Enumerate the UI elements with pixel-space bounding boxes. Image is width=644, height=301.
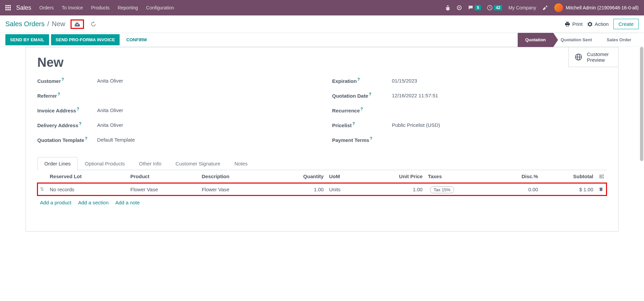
preview-line1: Customer (587, 51, 609, 57)
cell-product[interactable]: Flower Vase (128, 183, 199, 196)
tax-badge: Tax 15% (430, 186, 454, 193)
status-sales-order[interactable]: Sales Order (599, 33, 639, 47)
scrollbar[interactable] (640, 47, 643, 161)
field-customer[interactable]: Anita Oliver (97, 78, 123, 84)
label-expiration: Expiration? (332, 77, 392, 84)
support-icon[interactable] (457, 5, 462, 10)
th-quantity[interactable]: Quantity (270, 170, 326, 183)
add-product-link[interactable]: Add a product (40, 200, 71, 205)
label-recurrence: Recurrence? (332, 107, 392, 113)
user-name: Mitchell Admin (21909648-16-0-all) (566, 5, 639, 10)
th-unit-price[interactable]: Unit Price (363, 170, 425, 183)
th-description[interactable]: Description (199, 170, 270, 183)
user-menu[interactable]: Mitchell Admin (21909648-16-0-all) (554, 3, 639, 12)
table-row[interactable]: ⇅ No records Flower Vase Flower Vase 1.0… (37, 183, 607, 196)
label-quotation-date: Quotation Date? (332, 92, 392, 99)
th-uom[interactable]: UoM (326, 170, 362, 183)
delete-row-icon[interactable] (599, 187, 604, 192)
action-bar: Send by Email Send PRO-FORMA Invoice Con… (0, 33, 644, 47)
cell-subtotal: $ 1.00 (541, 183, 596, 196)
brand-label: Sales (16, 4, 31, 11)
nav-configuration[interactable]: Configuration (146, 5, 174, 10)
preview-line2: Preview (587, 57, 609, 63)
discard-button[interactable] (91, 21, 96, 27)
field-delivery-address[interactable]: Anita Oliver (97, 122, 123, 128)
field-invoice-address[interactable]: Anita Oliver (97, 107, 123, 113)
tab-customer-signature[interactable]: Customer Signature (168, 157, 227, 170)
drag-handle-icon[interactable]: ⇅ (40, 186, 44, 192)
breadcrumb-current: New (52, 20, 65, 28)
label-invoice-address: Invoice Address? (37, 107, 97, 113)
nav-orders[interactable]: Orders (39, 5, 54, 10)
cell-quantity[interactable]: 1.00 (270, 183, 326, 196)
nav-products[interactable]: Products (91, 5, 110, 10)
cell-disc[interactable]: 0.00 (493, 183, 541, 196)
create-button[interactable]: Create (613, 19, 639, 29)
cell-unit-price[interactable]: 1.00 (363, 183, 425, 196)
messages-badge: 5 (475, 5, 481, 10)
settings-icon[interactable] (599, 174, 604, 179)
tab-order-lines[interactable]: Order Lines (37, 157, 78, 170)
activities-icon[interactable]: 42 (487, 5, 502, 10)
th-disc[interactable]: Disc.% (493, 170, 541, 183)
messages-icon[interactable]: 5 (468, 5, 481, 10)
tabs: Order Lines Optional Products Other Info… (37, 157, 607, 170)
bug-icon[interactable] (445, 5, 450, 10)
add-note-link[interactable]: Add a note (115, 200, 140, 205)
label-quotation-template: Quotation Template? (37, 136, 97, 143)
activities-badge: 42 (494, 5, 502, 10)
status-quotation-sent[interactable]: Quotation Sent (553, 33, 599, 47)
cell-taxes[interactable]: Tax 15% (425, 183, 493, 196)
nav-to-invoice[interactable]: To Invoice (62, 5, 83, 10)
label-payment-terms: Payment Terms? (332, 136, 392, 143)
cell-reserved-lot[interactable]: No records (47, 183, 128, 196)
label-delivery-address: Delivery Address? (37, 121, 97, 128)
cell-uom[interactable]: Units (326, 183, 362, 196)
send-email-button[interactable]: Send by Email (5, 34, 49, 45)
tab-notes[interactable]: Notes (227, 157, 255, 170)
status-bar: Quotation Quotation Sent Sales Order (518, 33, 639, 47)
globe-icon (575, 53, 582, 61)
page-title: New (37, 55, 607, 70)
send-proforma-button[interactable]: Send PRO-FORMA Invoice (51, 34, 120, 45)
cell-description[interactable]: Flower Vase (199, 183, 270, 196)
label-customer: Customer? (37, 77, 97, 84)
status-quotation[interactable]: Quotation (518, 33, 553, 47)
top-navbar: Sales Orders To Invoice Products Reporti… (0, 0, 644, 15)
nav-reporting[interactable]: Reporting (118, 5, 138, 10)
form-sheet: Customer Preview New Customer? Anita Oli… (26, 47, 618, 232)
tab-optional-products[interactable]: Optional Products (78, 157, 132, 170)
th-product[interactable]: Product (128, 170, 199, 183)
field-pricelist[interactable]: Public Pricelist (USD) (392, 122, 440, 128)
add-section-link[interactable]: Add a section (78, 200, 109, 205)
th-reserved-lot[interactable]: Reserved Lot (47, 170, 128, 183)
action-label: Action (595, 21, 609, 27)
field-quotation-date[interactable]: 12/16/2022 11:57:51 (392, 93, 438, 98)
print-label: Print (572, 21, 583, 27)
apps-icon[interactable] (5, 5, 11, 10)
avatar (554, 3, 563, 12)
label-pricelist: Pricelist? (332, 121, 392, 128)
th-subtotal[interactable]: Subtotal (541, 170, 596, 183)
action-button[interactable]: Action (587, 21, 609, 27)
confirm-button[interactable]: Confirm (122, 34, 152, 45)
order-lines-table: Reserved Lot Product Description Quantit… (37, 170, 607, 196)
label-referrer: Referrer? (37, 92, 97, 99)
save-button[interactable] (71, 19, 84, 29)
customer-preview-button[interactable]: Customer Preview (568, 47, 618, 67)
company-selector[interactable]: My Company (508, 5, 536, 10)
breadcrumb-separator: / (47, 20, 49, 28)
field-quotation-template[interactable]: Default Template (97, 137, 135, 143)
tab-other-info[interactable]: Other Info (132, 157, 169, 170)
th-taxes[interactable]: Taxes (425, 170, 493, 183)
field-expiration[interactable]: 01/15/2023 (392, 78, 417, 84)
th-settings[interactable] (596, 170, 607, 183)
breadcrumb-root[interactable]: Sales Orders (5, 20, 45, 28)
tools-icon[interactable] (542, 5, 548, 11)
svg-point-1 (459, 7, 460, 8)
print-button[interactable]: Print (565, 21, 583, 27)
breadcrumb-bar: Sales Orders / New Print Action Create (0, 15, 644, 33)
